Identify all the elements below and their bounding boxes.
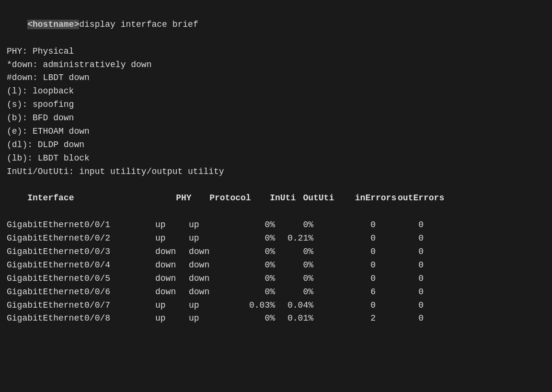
inuti-oututi-legend: InUti/OutUti: input utility/output utili… bbox=[7, 165, 545, 179]
cell-outerrors: 0 bbox=[376, 299, 424, 312]
cell-protocol: down bbox=[189, 286, 237, 299]
cell-inerrors: 0 bbox=[313, 259, 376, 272]
cell-outerrors: 0 bbox=[376, 272, 424, 286]
star-down-legend: *down: administratively down bbox=[7, 58, 545, 72]
cell-inuti: 0% bbox=[237, 259, 275, 272]
cell-oututi: 0.04% bbox=[275, 299, 313, 312]
cell-interface: GigabitEthernet0/0/4 bbox=[7, 259, 155, 272]
table-row: GigabitEthernet0/0/8upup0%0.01%20 bbox=[7, 312, 545, 325]
table-row: GigabitEthernet0/0/7upup0.03%0.04%00 bbox=[7, 299, 545, 312]
header-inuti: InUti bbox=[257, 192, 296, 205]
cell-protocol: up bbox=[189, 232, 237, 245]
cell-oututi: 0.01% bbox=[275, 312, 313, 325]
cell-phy: up bbox=[155, 312, 189, 325]
spoofing-legend: (s): spoofing bbox=[7, 98, 545, 112]
cell-interface: GigabitEthernet0/0/1 bbox=[7, 219, 155, 232]
cell-interface: GigabitEthernet0/0/6 bbox=[7, 286, 155, 299]
hash-down-legend: #down: LBDT down bbox=[7, 71, 545, 85]
cell-interface: GigabitEthernet0/0/2 bbox=[7, 232, 155, 245]
cell-protocol: up bbox=[189, 219, 237, 232]
prompt-command: display interface brief bbox=[79, 20, 198, 29]
cell-phy: down bbox=[155, 259, 189, 272]
cell-inerrors: 0 bbox=[313, 219, 376, 232]
cell-outerrors: 0 bbox=[376, 286, 424, 299]
table-row: GigabitEthernet0/0/2upup0%0.21%00 bbox=[7, 232, 545, 245]
table-header: InterfacePHYProtocolInUtiOutUtiinErrorso… bbox=[7, 179, 545, 219]
loopback-legend: (l): loopback bbox=[7, 85, 545, 98]
table-row: GigabitEthernet0/0/5downdown0%0%00 bbox=[7, 272, 545, 286]
header-phy: PHY bbox=[176, 192, 209, 205]
cell-oututi: 0% bbox=[275, 286, 313, 299]
cell-inuti: 0% bbox=[237, 245, 275, 259]
bfd-legend: (b): BFD down bbox=[7, 112, 545, 125]
table-row: GigabitEthernet0/0/6downdown0%0%60 bbox=[7, 286, 545, 299]
cell-interface: GigabitEthernet0/0/5 bbox=[7, 272, 155, 286]
cell-interface: GigabitEthernet0/0/8 bbox=[7, 312, 155, 325]
cell-protocol: down bbox=[189, 259, 237, 272]
cell-oututi: 0.21% bbox=[275, 232, 313, 245]
cell-protocol: up bbox=[189, 312, 237, 325]
cell-phy: down bbox=[155, 272, 189, 286]
cell-phy: down bbox=[155, 286, 189, 299]
header-inerrors: inErrors bbox=[334, 192, 396, 205]
cell-outerrors: 0 bbox=[376, 232, 424, 245]
cell-protocol: down bbox=[189, 245, 237, 259]
cell-inuti: 0% bbox=[237, 272, 275, 286]
phy-legend: PHY: Physical bbox=[7, 45, 545, 58]
ethoam-legend: (e): ETHOAM down bbox=[7, 125, 545, 138]
cell-interface: GigabitEthernet0/0/3 bbox=[7, 245, 155, 259]
table-row: GigabitEthernet0/0/4downdown0%0%00 bbox=[7, 259, 545, 272]
cell-outerrors: 0 bbox=[376, 259, 424, 272]
cell-inuti: 0% bbox=[237, 312, 275, 325]
cell-inerrors: 2 bbox=[313, 312, 376, 325]
lbdt-block-legend: (lb): LBDT block bbox=[7, 152, 545, 165]
cell-inerrors: 0 bbox=[313, 232, 376, 245]
cell-outerrors: 0 bbox=[376, 219, 424, 232]
table-row: GigabitEthernet0/0/1upup0%0%00 bbox=[7, 219, 545, 232]
cell-inuti: 0% bbox=[237, 286, 275, 299]
prompt-line: <hostname>display interface brief bbox=[7, 5, 545, 45]
cell-inuti: 0.03% bbox=[237, 299, 275, 312]
cell-oututi: 0% bbox=[275, 272, 313, 286]
table-rows: GigabitEthernet0/0/1upup0%0%00GigabitEth… bbox=[7, 219, 545, 325]
cell-inerrors: 6 bbox=[313, 286, 376, 299]
cell-oututi: 0% bbox=[275, 259, 313, 272]
cell-oututi: 0% bbox=[275, 219, 313, 232]
cell-inuti: 0% bbox=[237, 219, 275, 232]
dldp-legend: (dl): DLDP down bbox=[7, 138, 545, 152]
cell-outerrors: 0 bbox=[376, 312, 424, 325]
table-row: GigabitEthernet0/0/3downdown0%0%00 bbox=[7, 245, 545, 259]
cell-inerrors: 0 bbox=[313, 299, 376, 312]
cell-oututi: 0% bbox=[275, 245, 313, 259]
header-oututi: OutUti bbox=[296, 192, 334, 205]
header-interface: Interface bbox=[27, 192, 176, 205]
prompt-host: <hostname> bbox=[27, 20, 79, 29]
header-outerrors: outErrors bbox=[396, 192, 444, 205]
cell-interface: GigabitEthernet0/0/7 bbox=[7, 299, 155, 312]
cell-phy: up bbox=[155, 219, 189, 232]
header-protocol: Protocol bbox=[209, 192, 257, 205]
cell-phy: up bbox=[155, 299, 189, 312]
cell-protocol: up bbox=[189, 299, 237, 312]
cell-phy: down bbox=[155, 245, 189, 259]
terminal: <hostname>display interface brief PHY: P… bbox=[7, 5, 545, 325]
cell-inerrors: 0 bbox=[313, 272, 376, 286]
cell-outerrors: 0 bbox=[376, 245, 424, 259]
cell-inuti: 0% bbox=[237, 232, 275, 245]
cell-protocol: down bbox=[189, 272, 237, 286]
cell-phy: up bbox=[155, 232, 189, 245]
cell-inerrors: 0 bbox=[313, 245, 376, 259]
